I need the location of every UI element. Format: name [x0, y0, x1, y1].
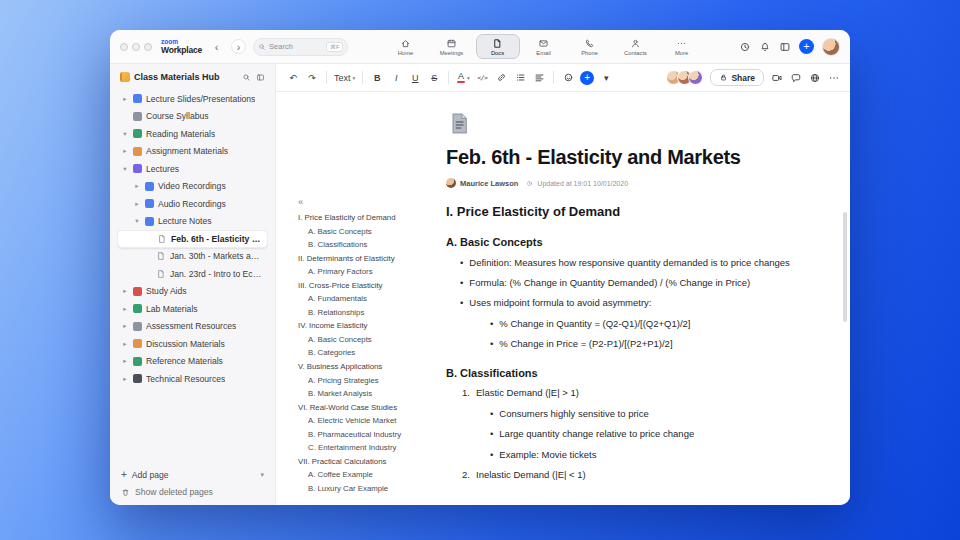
toc-item-a-fundamentals[interactable]: A. Fundamentals	[298, 295, 436, 304]
code-button[interactable]: </>	[475, 70, 489, 86]
history-icon[interactable]	[739, 41, 751, 53]
text-style-dropdown[interactable]: Text▾	[334, 70, 355, 86]
toc-item-a-pricing-strategies[interactable]: A. Pricing Strategies	[298, 377, 436, 386]
back-button[interactable]: ‹	[209, 39, 224, 54]
underline-button[interactable]: U	[408, 70, 422, 86]
chevron-down-icon[interactable]: ▾	[133, 217, 141, 225]
toc-item-vi-real-world-case-studies[interactable]: VI. Real-World Case Studies	[298, 404, 436, 413]
chevron-right-icon[interactable]: ▸	[121, 95, 129, 103]
tab-docs[interactable]: Docs	[476, 34, 520, 59]
document-body[interactable]: I. Price Elasticity of DemandA. Basic Co…	[446, 204, 822, 481]
notifications-bell-icon[interactable]	[759, 41, 771, 53]
tree-item-audio-recordings[interactable]: ▸Audio Recordings	[117, 195, 268, 213]
maximize-button[interactable]	[144, 43, 152, 51]
show-deleted-pages-button[interactable]: Show deleted pages	[117, 483, 268, 497]
tree-item-course-syllabus[interactable]: Course Syllabus	[117, 108, 268, 126]
bullet-item[interactable]: •% Change in Price = (P2-P1)/[(P2+P1)/2]	[446, 338, 822, 350]
tab-email[interactable]: Email	[522, 34, 566, 59]
collaborator-avatar-3[interactable]	[688, 70, 703, 85]
link-button[interactable]	[494, 70, 508, 86]
tree-item-jan-30th-markets-and-p[interactable]: Jan. 30th - Markets and P...	[117, 248, 268, 266]
toc-item-a-basic-concepts[interactable]: A. Basic Concepts	[298, 336, 436, 345]
tree-item-discussion-materials[interactable]: ▸Discussion Materials	[117, 335, 268, 353]
more-options-button[interactable]	[828, 72, 840, 84]
chevron-right-icon[interactable]: ▸	[121, 357, 129, 365]
section-heading-a-basic-concepts[interactable]: A. Basic Concepts	[446, 236, 822, 248]
toc-item-a-electric-vehicle-market[interactable]: A. Electric Vehicle Market	[298, 417, 436, 426]
chevron-right-icon[interactable]: ▸	[121, 305, 129, 313]
toc-item-a-primary-factors[interactable]: A. Primary Factors	[298, 268, 436, 277]
tab-contacts[interactable]: Contacts	[614, 34, 658, 59]
tree-item-reading-materials[interactable]: ▾Reading Materials	[117, 125, 268, 143]
toc-item-ii-determinants-of-elasticity[interactable]: II. Determinants of Elasticity	[298, 255, 436, 264]
tab-meetings[interactable]: Meetings	[430, 34, 474, 59]
document-title[interactable]: Feb. 6th - Elasticity and Markets	[446, 146, 822, 169]
font-color-button[interactable]: A▾	[456, 70, 470, 86]
language-globe-button[interactable]	[809, 72, 821, 84]
collapse-toc-button[interactable]: «	[298, 196, 436, 207]
tab-home[interactable]: Home	[384, 34, 428, 59]
toc-item-b-luxury-car-example[interactable]: B. Luxury Car Example	[298, 485, 436, 494]
chevron-down-icon[interactable]: ▾	[121, 165, 129, 173]
undo-button[interactable]: ↶	[286, 70, 300, 86]
tab-more[interactable]: More	[660, 34, 704, 59]
bold-button[interactable]: B	[370, 70, 384, 86]
toc-item-iv-income-elasticity[interactable]: IV. Income Elasticity	[298, 322, 436, 331]
tree-item-technical-resources[interactable]: ▸Technical Resources	[117, 370, 268, 388]
add-page-button[interactable]: + Add page ▾	[117, 466, 268, 483]
section-heading-b-classifications[interactable]: B. Classifications	[446, 367, 822, 379]
toc-item-b-market-analysis[interactable]: B. Market Analysis	[298, 390, 436, 399]
chevron-right-icon[interactable]: ▸	[121, 322, 129, 330]
forward-button[interactable]: ›	[231, 39, 246, 54]
insert-button[interactable]: +	[580, 71, 594, 85]
toc-item-b-classifications[interactable]: B. Classifications	[298, 241, 436, 250]
strikethrough-button[interactable]: S	[427, 70, 441, 86]
user-avatar[interactable]	[822, 38, 840, 56]
sidebar-search-icon[interactable]	[242, 73, 251, 82]
toc-item-b-relationships[interactable]: B. Relationships	[298, 309, 436, 318]
toc-item-vii-practical-calculations[interactable]: VII. Practical Calculations	[298, 458, 436, 467]
bullet-item[interactable]: •Uses midpoint formula to avoid asymmetr…	[446, 297, 822, 309]
new-item-button[interactable]: +	[799, 39, 814, 54]
italic-button[interactable]: I	[389, 70, 403, 86]
chevron-right-icon[interactable]: ▸	[133, 200, 141, 208]
tree-item-study-aids[interactable]: ▸Study Aids	[117, 283, 268, 301]
toc-item-b-pharmaceutical-industry[interactable]: B. Pharmaceutical Industry	[298, 431, 436, 440]
toc-item-c-entertainment-industry[interactable]: C. Entertainment Industry	[298, 444, 436, 453]
redo-button[interactable]: ↷	[305, 70, 319, 86]
toc-item-i-price-elasticity-of-demand[interactable]: I. Price Elasticity of Demand	[298, 214, 436, 223]
tree-item-lecture-notes[interactable]: ▾Lecture Notes	[117, 213, 268, 231]
numbered-item[interactable]: 2.Inelastic Demand (|E| < 1)	[446, 469, 822, 481]
share-button[interactable]: Share	[710, 69, 764, 86]
scrollbar[interactable]	[843, 212, 847, 322]
tree-item-lab-materials[interactable]: ▸Lab Materials	[117, 300, 268, 318]
tree-item-feb-6th-elasticity-and-m[interactable]: Feb. 6th - Elasticity and M...	[117, 230, 268, 248]
bullet-item[interactable]: •Definition: Measures how responsive qua…	[446, 257, 822, 269]
tree-item-video-recordings[interactable]: ▸Video Recordings	[117, 178, 268, 196]
toc-item-b-categories[interactable]: B. Categories	[298, 349, 436, 358]
side-panel-icon[interactable]	[779, 41, 791, 53]
tree-item-lectures[interactable]: ▾Lectures	[117, 160, 268, 178]
global-search-input[interactable]: Search ⌘F	[253, 38, 348, 56]
tree-item-lecture-slides-presentations[interactable]: ▸Lecture Slides/Presentations	[117, 90, 268, 108]
chevron-right-icon[interactable]: ▸	[121, 147, 129, 155]
chevron-down-icon[interactable]: ▾	[260, 471, 264, 479]
tree-item-reference-materials[interactable]: ▸Reference Materials	[117, 353, 268, 371]
numbered-item[interactable]: 1.Elastic Demand (|E| > 1)	[446, 387, 822, 399]
bullet-item[interactable]: •Large quantity change relative to price…	[446, 428, 822, 440]
bullet-item[interactable]: •% Change in Quantity = (Q2-Q1)/[(Q2+Q1)…	[446, 318, 822, 330]
tab-phone[interactable]: Phone	[568, 34, 612, 59]
chevron-right-icon[interactable]: ▸	[121, 340, 129, 348]
tree-item-jan-23rd-intro-to-econo[interactable]: Jan. 23rd - Intro to Econo...	[117, 265, 268, 283]
minimize-button[interactable]	[132, 43, 140, 51]
toc-item-iii-cross-price-elasticity[interactable]: III. Cross-Price Elasticity	[298, 282, 436, 291]
bullet-list-button[interactable]	[513, 70, 527, 86]
chevron-down-icon[interactable]: ▾	[121, 130, 129, 138]
chevron-right-icon[interactable]: ▸	[121, 287, 129, 295]
chevron-right-icon[interactable]: ▸	[121, 375, 129, 383]
toc-item-a-basic-concepts[interactable]: A. Basic Concepts	[298, 228, 436, 237]
bullet-item[interactable]: •Consumers highly sensitive to price	[446, 408, 822, 420]
toc-item-a-coffee-example[interactable]: A. Coffee Example	[298, 471, 436, 480]
video-call-button[interactable]	[771, 72, 783, 84]
tree-item-assignment-materials[interactable]: ▸Assignment Materials	[117, 143, 268, 161]
